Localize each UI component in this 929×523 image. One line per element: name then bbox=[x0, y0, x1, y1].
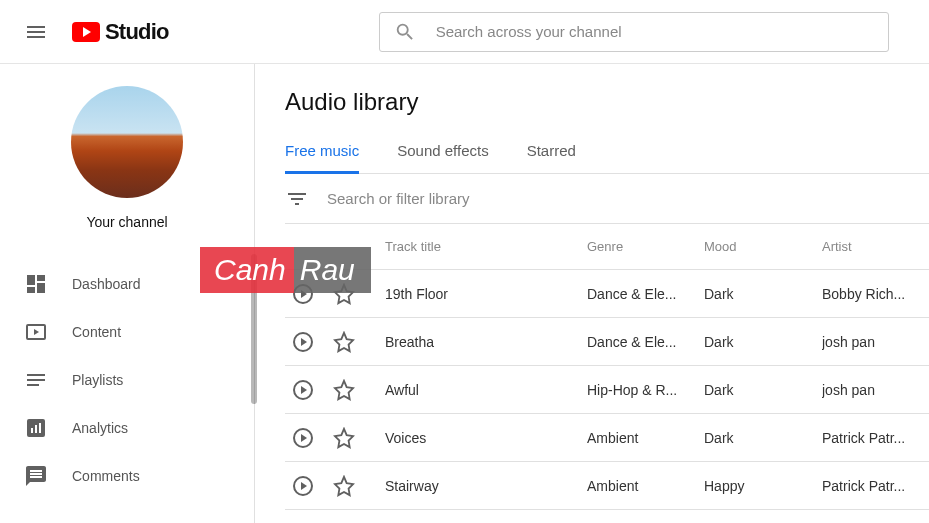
track-title: Awful bbox=[385, 382, 587, 398]
track-genre: Dance & Ele... bbox=[587, 334, 704, 350]
content-icon bbox=[24, 320, 48, 344]
track-row: AwfulHip-Hop & R...Darkjosh pan bbox=[285, 366, 929, 414]
sidebar-item-playlists[interactable]: Playlists bbox=[0, 356, 254, 404]
dashboard-icon bbox=[24, 272, 48, 296]
track-artist: josh pan bbox=[822, 382, 929, 398]
track-title: Voices bbox=[385, 430, 587, 446]
tabs: Free music Sound effects Starred bbox=[285, 142, 929, 174]
sidebar-item-dashboard[interactable]: Dashboard bbox=[0, 260, 254, 308]
table-header: Track title Genre Mood Artist bbox=[285, 224, 929, 270]
studio-logo[interactable]: Studio bbox=[72, 19, 169, 45]
track-artist: Patrick Patr... bbox=[822, 430, 929, 446]
brand-text: Studio bbox=[105, 19, 169, 45]
filter-input[interactable] bbox=[327, 190, 517, 207]
col-header-genre[interactable]: Genre bbox=[587, 239, 704, 254]
sidebar-item-label: Comments bbox=[72, 468, 140, 484]
sidebar-scrollbar[interactable] bbox=[251, 254, 257, 404]
main-content: Audio library Free music Sound effects S… bbox=[255, 64, 929, 523]
filter-icon[interactable] bbox=[285, 187, 309, 211]
col-header-mood[interactable]: Mood bbox=[704, 239, 822, 254]
channel-avatar[interactable] bbox=[71, 86, 183, 198]
track-row: BreathaDance & Ele...Darkjosh pan bbox=[285, 318, 929, 366]
track-title: Stairway bbox=[385, 478, 587, 494]
track-title: 19th Floor bbox=[385, 286, 587, 302]
tab-starred[interactable]: Starred bbox=[527, 142, 576, 173]
track-mood: Dark bbox=[704, 286, 822, 302]
sidebar: Your channel Dashboard Content Playlists… bbox=[0, 64, 255, 523]
page-title: Audio library bbox=[285, 88, 929, 116]
star-button[interactable] bbox=[333, 331, 355, 353]
track-genre: Ambient bbox=[587, 430, 704, 446]
search-box[interactable] bbox=[379, 12, 889, 52]
star-button[interactable] bbox=[333, 379, 355, 401]
play-button[interactable] bbox=[291, 282, 315, 306]
body: Your channel Dashboard Content Playlists… bbox=[0, 64, 929, 523]
nav-list: Dashboard Content Playlists Analytics Co… bbox=[0, 248, 254, 500]
tab-free-music[interactable]: Free music bbox=[285, 142, 359, 173]
track-row: StairwayAmbientHappyPatrick Patr... bbox=[285, 462, 929, 510]
menu-icon bbox=[24, 20, 48, 44]
track-mood: Dark bbox=[704, 334, 822, 350]
top-header: Studio bbox=[0, 0, 929, 64]
star-button[interactable] bbox=[333, 427, 355, 449]
playlists-icon bbox=[24, 368, 48, 392]
track-mood: Happy bbox=[704, 478, 822, 494]
search-container bbox=[379, 12, 889, 52]
play-button[interactable] bbox=[291, 378, 315, 402]
channel-block: Your channel bbox=[0, 64, 254, 248]
track-genre: Dance & Ele... bbox=[587, 286, 704, 302]
analytics-icon bbox=[24, 416, 48, 440]
tab-sound-effects[interactable]: Sound effects bbox=[397, 142, 488, 173]
track-artist: Patrick Patr... bbox=[822, 478, 929, 494]
sidebar-item-label: Analytics bbox=[72, 420, 128, 436]
track-artist: Bobby Rich... bbox=[822, 286, 929, 302]
sidebar-item-content[interactable]: Content bbox=[0, 308, 254, 356]
track-artist: josh pan bbox=[822, 334, 929, 350]
play-button[interactable] bbox=[291, 426, 315, 450]
svg-rect-3 bbox=[35, 425, 37, 433]
star-button[interactable] bbox=[333, 475, 355, 497]
track-row: VoicesAmbientDarkPatrick Patr... bbox=[285, 414, 929, 462]
sidebar-item-label: Playlists bbox=[72, 372, 123, 388]
youtube-icon bbox=[72, 22, 100, 42]
comments-icon bbox=[24, 464, 48, 488]
track-title: Breatha bbox=[385, 334, 587, 350]
svg-rect-2 bbox=[31, 428, 33, 433]
track-genre: Ambient bbox=[587, 478, 704, 494]
hamburger-menu-button[interactable] bbox=[16, 12, 56, 52]
search-icon bbox=[394, 21, 416, 43]
col-header-title[interactable]: Track title bbox=[385, 239, 587, 254]
svg-rect-4 bbox=[39, 423, 41, 433]
sidebar-item-analytics[interactable]: Analytics bbox=[0, 404, 254, 452]
play-button[interactable] bbox=[291, 330, 315, 354]
track-genre: Hip-Hop & R... bbox=[587, 382, 704, 398]
sidebar-item-comments[interactable]: Comments bbox=[0, 452, 254, 500]
sidebar-item-label: Dashboard bbox=[72, 276, 141, 292]
track-mood: Dark bbox=[704, 382, 822, 398]
channel-label: Your channel bbox=[86, 214, 167, 230]
search-input[interactable] bbox=[436, 23, 874, 40]
track-row: 19th FloorDance & Ele...DarkBobby Rich..… bbox=[285, 270, 929, 318]
play-button[interactable] bbox=[291, 474, 315, 498]
track-mood: Dark bbox=[704, 430, 822, 446]
col-header-artist[interactable]: Artist bbox=[822, 239, 929, 254]
track-list: 19th FloorDance & Ele...DarkBobby Rich..… bbox=[285, 270, 929, 510]
filter-row bbox=[285, 174, 929, 224]
sidebar-item-label: Content bbox=[72, 324, 121, 340]
star-button[interactable] bbox=[333, 283, 355, 305]
